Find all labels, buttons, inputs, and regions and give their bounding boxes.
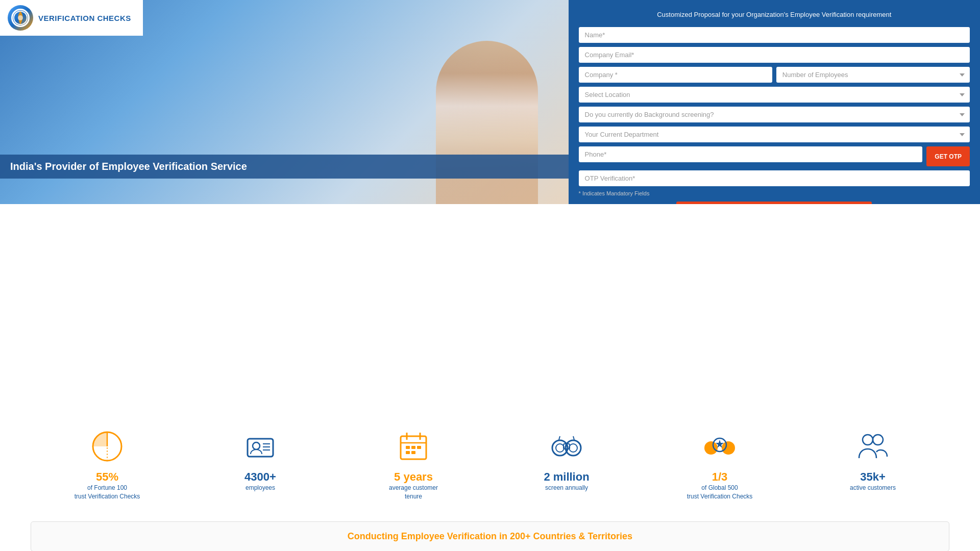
hero-background: India's Provider of Employee Verificatio… [0, 0, 980, 204]
stat-number-fortune: 55% [31, 470, 184, 484]
logo-text: VERIFICATION CHECKS [38, 14, 131, 22]
stat-item-employees: 4300+ employees [184, 429, 337, 492]
stat-item-customers: 35k+ active customers [796, 429, 949, 492]
stat-label-years: average customertenure [337, 484, 490, 501]
company-input[interactable] [579, 67, 772, 83]
employees-select[interactable]: Number of Employees 1-10 11-50 51-200 20… [776, 67, 970, 83]
svg-rect-15 [411, 446, 415, 449]
stat-number-global: 1/3 [643, 470, 796, 484]
svg-point-6 [253, 442, 260, 449]
form-title: Customized Proposal for your Organizatio… [579, 10, 970, 19]
hero-figure [436, 41, 538, 204]
name-input[interactable] [579, 27, 970, 43]
svg-point-22 [569, 444, 577, 452]
header: VERIFICATION CHECKS [0, 0, 143, 36]
svg-line-24 [559, 436, 560, 440]
background-select[interactable]: Do you currently do Background screening… [579, 107, 970, 122]
chart-icon [89, 429, 125, 464]
svg-rect-14 [406, 446, 410, 449]
stat-label-million: screen annually [490, 484, 643, 492]
stats-section: 55% of Fortune 100trust Verification Che… [0, 408, 980, 521]
stat-item-million: 2 million screen annually [490, 429, 643, 492]
phone-input[interactable] [579, 146, 923, 162]
stat-label-fortune: of Fortune 100trust Verification Checks [31, 484, 184, 501]
stat-number-employees: 4300+ [184, 470, 337, 484]
stat-number-customers: 35k+ [796, 470, 949, 484]
svg-rect-5 [248, 439, 273, 457]
location-select[interactable]: Select Location Mumbai Delhi Bangalore C… [579, 87, 970, 103]
svg-point-21 [556, 444, 564, 452]
form-panel: Customized Proposal for your Organizatio… [569, 0, 980, 204]
svg-point-27 [722, 441, 735, 455]
svg-point-31 [873, 435, 883, 445]
id-card-icon [242, 429, 278, 464]
svg-point-1 [18, 15, 23, 20]
stat-number-years: 5 years [337, 470, 490, 484]
binoculars-icon [549, 429, 584, 464]
stat-item-fortune: 55% of Fortune 100trust Verification Che… [31, 429, 184, 501]
svg-rect-17 [406, 451, 410, 454]
hero-section: India's Provider of Employee Verificatio… [0, 0, 980, 204]
svg-point-0 [14, 11, 27, 24]
hero-banner: India's Provider of Employee Verificatio… [0, 155, 667, 179]
phone-row: GET OTP [579, 146, 970, 166]
stat-label-customers: active customers [796, 484, 949, 492]
email-input[interactable] [579, 47, 970, 63]
stat-item-years: 5 years average customertenure [337, 429, 490, 501]
mandatory-text: * Indicates Mandatory Fields [579, 190, 970, 196]
company-employees-row: Number of Employees 1-10 11-50 51-200 20… [579, 67, 970, 83]
svg-rect-18 [411, 451, 415, 454]
conducting-wrapper: Conducting Employee Verification in 200+… [0, 521, 980, 551]
calendar-icon [396, 429, 431, 464]
conducting-text: Conducting Employee Verification in 200+… [348, 531, 632, 541]
stat-number-million: 2 million [490, 470, 643, 484]
stat-item-global: 1/3 of Global 500trust Verification Chec… [643, 429, 796, 501]
svg-line-25 [573, 436, 574, 440]
stat-label-employees: employees [184, 484, 337, 492]
get-otp-button[interactable]: GET OTP [926, 146, 970, 166]
get-started-button[interactable]: GET STARTED [676, 202, 872, 204]
otp-input[interactable] [579, 170, 970, 186]
people-icon [855, 429, 891, 464]
conducting-banner: Conducting Employee Verification in 200+… [31, 521, 949, 551]
stat-label-global: of Global 500trust Verification Checks [643, 484, 796, 501]
svg-rect-16 [417, 446, 421, 449]
svg-point-26 [704, 441, 718, 455]
department-select[interactable]: Your Current Department HR Operations Fi… [579, 127, 970, 142]
stars-icon [702, 429, 738, 464]
logo-icon [8, 5, 33, 31]
svg-point-30 [863, 435, 873, 445]
